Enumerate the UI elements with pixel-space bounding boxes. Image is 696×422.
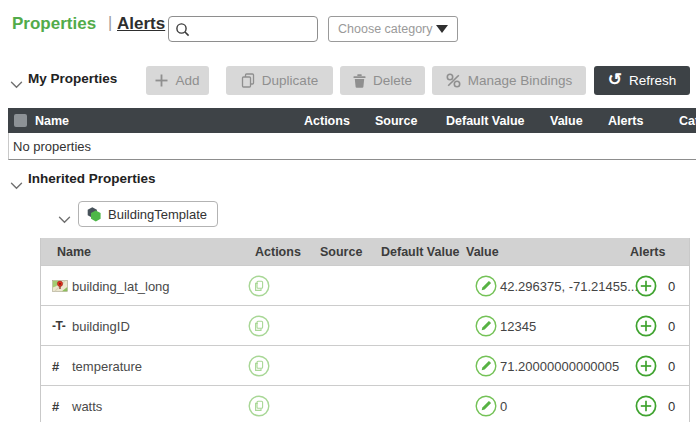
string-type-icon: -T- — [52, 319, 65, 333]
edit-value-button[interactable] — [475, 315, 497, 337]
my-properties-section-title: My Properties — [28, 71, 117, 86]
tab-properties[interactable]: Properties — [12, 14, 96, 34]
alerts-count: 0 — [668, 398, 675, 413]
column-header-value[interactable]: Value — [550, 114, 583, 128]
column-header-alerts[interactable]: Alerts — [630, 245, 665, 259]
select-all-checkbox[interactable] — [14, 114, 27, 127]
no-properties-message: No properties — [13, 139, 91, 154]
copy-property-button[interactable] — [248, 395, 270, 417]
category-dropdown-label: Choose category — [338, 22, 433, 36]
column-header-name[interactable]: Name — [35, 114, 69, 128]
column-header-alerts[interactable]: Alerts — [608, 114, 643, 128]
refresh-button[interactable]: ↺ Refresh — [594, 66, 690, 95]
duplicate-button-label: Duplicate — [262, 73, 318, 88]
property-name: building_lat_long — [72, 278, 170, 293]
edit-value-button[interactable] — [475, 355, 497, 377]
table-row-watts: # watts 0 0 — [41, 385, 689, 422]
table-row-building-lat-long: building_lat_long 42.296375, -71.21455..… — [41, 265, 689, 305]
duplicate-button[interactable]: Duplicate — [226, 66, 333, 95]
inherited-properties-section-title: Inherited Properties — [28, 171, 156, 186]
number-type-icon: # — [52, 398, 59, 413]
properties-panel: Properties | Alerts Choose category My P… — [0, 0, 696, 422]
building-template-chip[interactable]: BuildingTemplate — [78, 201, 218, 227]
property-value: 12345 — [500, 318, 536, 333]
inherited-properties-collapse-chevron-icon[interactable] — [10, 176, 23, 194]
add-alert-button[interactable] — [635, 275, 657, 297]
thing-template-icon — [86, 206, 102, 222]
copy-property-button[interactable] — [248, 355, 270, 377]
category-dropdown[interactable]: Choose category — [328, 16, 458, 42]
tab-separator: | — [108, 14, 112, 32]
table-row-buildingid: -T- buildingID 12345 0 — [41, 305, 689, 345]
refresh-icon: ↺ — [608, 71, 622, 88]
column-header-source[interactable]: Source — [375, 114, 417, 128]
chevron-down-icon — [436, 25, 448, 33]
column-header-name[interactable]: Name — [57, 245, 91, 259]
property-name: temperature — [72, 358, 142, 373]
column-header-default-value[interactable]: Default Value — [446, 114, 525, 128]
alerts-count: 0 — [668, 358, 675, 373]
delete-button[interactable]: Delete — [340, 66, 425, 95]
delete-button-label: Delete — [373, 73, 412, 88]
table-row-temperature: # temperature 71.20000000000005 0 — [41, 345, 689, 385]
column-header-category[interactable]: Category — [679, 114, 696, 128]
alerts-count: 0 — [668, 318, 675, 333]
number-type-icon: # — [52, 358, 59, 373]
add-button-label: Add — [175, 73, 199, 88]
my-properties-table: Name Actions Source Default Value Value … — [8, 108, 696, 160]
copy-property-button[interactable] — [248, 315, 270, 337]
copy-property-button[interactable] — [248, 275, 270, 297]
property-name: watts — [72, 398, 102, 413]
template-collapse-chevron-icon[interactable] — [58, 210, 71, 228]
search-icon — [175, 22, 190, 37]
add-alert-button[interactable] — [635, 395, 657, 417]
manage-bindings-button[interactable]: Manage Bindings — [432, 66, 586, 95]
inherited-properties-table: Name Actions Source Default Value Value … — [40, 238, 690, 422]
manage-bindings-button-label: Manage Bindings — [468, 73, 572, 88]
add-alert-button[interactable] — [635, 315, 657, 337]
column-header-default-value[interactable]: Default Value — [381, 245, 460, 259]
column-header-source[interactable]: Source — [320, 245, 362, 259]
inherited-table-header: Name Actions Source Default Value Value … — [41, 238, 689, 265]
add-alert-button[interactable] — [635, 355, 657, 377]
tab-alerts[interactable]: Alerts — [117, 14, 165, 34]
plus-icon — [155, 74, 168, 87]
edit-value-button[interactable] — [475, 395, 497, 417]
property-value: 42.296375, -71.21455... — [500, 278, 638, 293]
my-properties-table-header: Name Actions Source Default Value Value … — [8, 108, 696, 133]
property-value: 0 — [500, 398, 507, 413]
duplicate-icon — [241, 73, 255, 88]
edit-value-button[interactable] — [475, 275, 497, 297]
search-input[interactable] — [195, 21, 311, 38]
location-type-icon — [52, 278, 68, 294]
empty-table-row: No properties — [8, 133, 696, 160]
refresh-button-label: Refresh — [629, 73, 676, 88]
property-value: 71.20000000000005 — [500, 358, 619, 373]
trash-icon — [353, 74, 366, 88]
column-header-value[interactable]: Value — [466, 245, 499, 259]
bindings-chain-icon — [446, 73, 461, 88]
alerts-count: 0 — [668, 278, 675, 293]
property-name: buildingID — [72, 318, 130, 333]
add-button[interactable]: Add — [146, 66, 209, 95]
search-box[interactable] — [168, 16, 318, 42]
column-header-actions[interactable]: Actions — [304, 114, 350, 128]
template-chip-label: BuildingTemplate — [108, 207, 207, 222]
column-header-actions[interactable]: Actions — [255, 245, 301, 259]
my-properties-collapse-chevron-icon[interactable] — [10, 75, 23, 93]
